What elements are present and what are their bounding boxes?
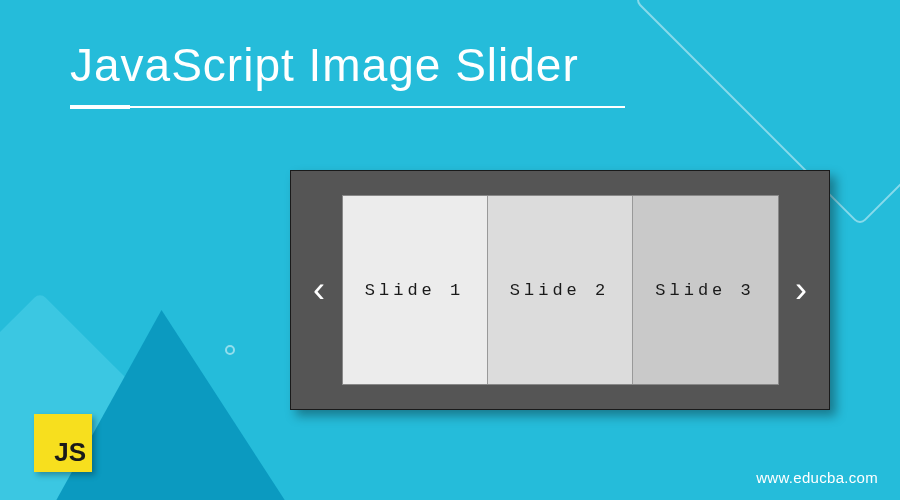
page-title-block: JavaScript Image Slider: [70, 38, 625, 108]
slide-label: Slide 2: [510, 281, 609, 300]
page-title: JavaScript Image Slider: [70, 38, 625, 92]
slides-track: Slide 1 Slide 2 Slide 3: [342, 195, 779, 385]
prev-arrow-icon[interactable]: ‹: [305, 269, 333, 311]
js-logo-text: JS: [54, 437, 86, 468]
slide-label: Slide 1: [365, 281, 464, 300]
slide-2[interactable]: Slide 2: [488, 196, 633, 384]
bg-decor-circle: [225, 345, 235, 355]
javascript-logo: JS: [34, 414, 92, 472]
slide-3[interactable]: Slide 3: [633, 196, 778, 384]
slide-1[interactable]: Slide 1: [343, 196, 488, 384]
slide-label: Slide 3: [655, 281, 754, 300]
footer-url: www.educba.com: [756, 469, 878, 486]
title-underline: [70, 106, 625, 108]
image-slider: ‹ Slide 1 Slide 2 Slide 3 ›: [290, 170, 830, 410]
next-arrow-icon[interactable]: ›: [787, 269, 815, 311]
